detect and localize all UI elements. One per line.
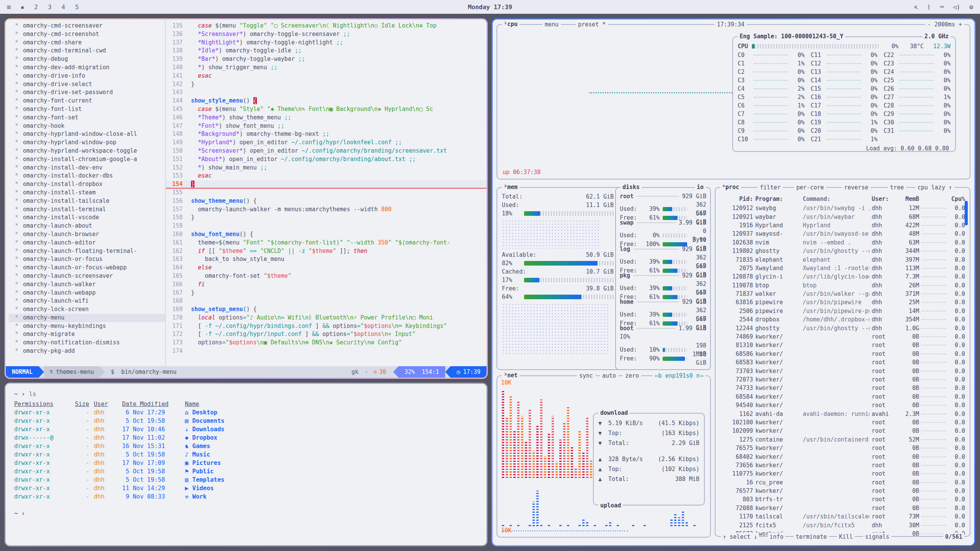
net-zero-button[interactable]: zero xyxy=(623,372,641,380)
process-row[interactable]: 1170tailscal/usr/sbin/tailscaled --root7… xyxy=(720,512,965,521)
keyboard-icon[interactable]: ⌨ xyxy=(940,3,944,11)
per-core-button[interactable]: per-core xyxy=(794,183,826,192)
file-list-item[interactable]: *omarchy-font-set xyxy=(9,114,165,122)
footer-action-4[interactable]: signals xyxy=(863,533,891,541)
footer-action-2[interactable]: terminate xyxy=(794,533,828,541)
file-list-item[interactable]: *omarchy-install-terminal xyxy=(9,205,165,214)
process-row[interactable]: 72073kworker/root0B0.0 xyxy=(720,375,965,384)
file-list-item[interactable]: *omarchy-dev-add-migration xyxy=(9,64,165,72)
process-row[interactable]: 2125fcitx5/usr/bin/fcitx5dhh30M0.0 xyxy=(720,521,965,529)
process-row[interactable]: 76577kworker/root0B0.0 xyxy=(720,487,965,495)
process-row[interactable]: 94540kworker/root0B0.0 xyxy=(720,401,965,409)
process-row[interactable]: 1275containe/usr/bin/containerdroot52M0.… xyxy=(720,435,965,444)
file-list-item[interactable]: *omarchy-hook xyxy=(9,122,165,130)
process-row[interactable]: 72088kworker/root0B0.0 xyxy=(720,504,965,512)
prompt-line[interactable]: ~› xyxy=(14,509,478,518)
process-row[interactable]: 73656kworker/root0B0.0 xyxy=(720,461,965,469)
header-user[interactable]: User: xyxy=(872,195,895,203)
process-row[interactable]: 2544dropbox/home/dhh/.dropbox-distdhh354… xyxy=(720,315,965,324)
bluetooth-icon[interactable]: ᛒ xyxy=(927,3,931,11)
process-row[interactable]: 68402kworker/root0B0.0 xyxy=(720,452,965,461)
workspace-5[interactable]: 5 xyxy=(75,3,79,11)
process-row[interactable]: 1162avahi-daavahi-daemon: running [avahi… xyxy=(720,409,965,418)
file-list-item[interactable]: *omarchy-drive-select xyxy=(9,80,165,89)
sort-selector[interactable]: cpu lazy ↑ xyxy=(915,183,954,192)
process-row[interactable]: 110775kworker/root0B0.0 xyxy=(720,469,965,478)
file-list-item[interactable]: *omarchy-font-current xyxy=(9,97,165,105)
menu-button[interactable]: menu xyxy=(542,20,561,29)
process-row[interactable]: 68586kworker/root0B0.0 xyxy=(720,350,965,358)
file-list-item[interactable]: *omarchy-notification-dismiss xyxy=(9,339,165,347)
process-row[interactable]: 73703kworker/root0B0.0 xyxy=(720,367,965,375)
file-list-item[interactable]: *omarchy-cmd-screenshot xyxy=(9,30,165,39)
file-list-item[interactable]: *omarchy-launch-editor xyxy=(9,239,165,247)
file-list-item[interactable]: *omarchy-menu-keybindings xyxy=(9,322,165,331)
file-list-item[interactable]: *omarchy-cmd-screensaver xyxy=(9,22,165,30)
footer-action-3[interactable]: Kill xyxy=(837,533,855,541)
file-list-item[interactable]: *omarchy-launch-wifi xyxy=(9,297,165,305)
code-editor[interactable]: 135 case $(menu "Toggle" "▢ Screensaver\… xyxy=(166,20,487,366)
process-row[interactable]: 120878glycin-i/usr/lib/glycin-loadersdhh… xyxy=(720,272,965,281)
workspace-3[interactable]: 3 xyxy=(48,3,52,11)
process-row[interactable]: 119078btopbtopdhh26M0.0 xyxy=(720,281,965,290)
process-row[interactable]: 12244ghostty/usr/bin/ghostty --gtk-dhh1.… xyxy=(720,324,965,332)
file-list-item[interactable]: *omarchy-launch-or-focus-webapp xyxy=(9,264,165,272)
process-row[interactable]: 71835elephantelephantdhh397M0.0 xyxy=(720,255,965,264)
process-row[interactable]: 16rcu_preeroot0B0.0 xyxy=(720,478,965,487)
file-list-item[interactable]: *omarchy-pkg-add xyxy=(9,347,165,355)
file-list-item[interactable]: *omarchy-launch-walker xyxy=(9,280,165,289)
file-list-item[interactable]: *omarchy-launch-webapp xyxy=(9,289,165,297)
process-row[interactable]: 803btrfs-trroot0B0.0 xyxy=(720,495,965,504)
net-sync-button[interactable]: sync xyxy=(577,372,595,380)
file-list-item[interactable]: *omarchy-launch-browser xyxy=(9,230,165,239)
screencast-icon[interactable]: ⇱ xyxy=(914,3,918,11)
scrollbar[interactable] xyxy=(965,201,968,225)
file-list-item[interactable]: *omarchy-drive-info xyxy=(9,72,165,80)
file-list-item[interactable]: *omarchy-install-docker-dbs xyxy=(9,172,165,180)
file-list-item[interactable]: *omarchy-launch-or-focus xyxy=(9,255,165,264)
file-list-item[interactable]: *omarchy-lock-screen xyxy=(9,305,165,314)
footer-action-1[interactable]: info xyxy=(768,533,785,541)
net-interface-selector[interactable]: ←b enp191s0 n→ xyxy=(653,372,706,380)
terminal-output[interactable]: ~›ls Permissions Size User Date Modified… xyxy=(6,384,487,524)
header-pid[interactable]: Pid: xyxy=(720,195,753,203)
filter-button[interactable]: filter xyxy=(758,183,783,192)
file-list-item[interactable]: *omarchy-launch-about xyxy=(9,222,165,230)
file-list-item[interactable]: *omarchy-drive-set-password xyxy=(9,88,165,97)
header-program[interactable]: Program: xyxy=(755,195,800,203)
workspace-4[interactable]: 4 xyxy=(62,3,65,11)
file-list-item[interactable]: *omarchy-install-chromium-google-a xyxy=(9,155,165,164)
update-interval-control[interactable]: - 2000ms + xyxy=(925,20,964,29)
process-row[interactable]: 74733kworker/root0B0.0 xyxy=(720,384,965,392)
file-list-item[interactable]: *omarchy-cmd-share xyxy=(9,39,165,47)
file-list-item[interactable]: *omarchy-install-steam xyxy=(9,189,165,197)
file-list-item[interactable]: *omarchy-install-dropbox xyxy=(9,180,165,189)
file-list-item[interactable]: *omarchy-font-list xyxy=(9,105,165,114)
header-command[interactable]: Command: xyxy=(803,195,869,203)
file-list-item[interactable]: *omarchy-hyprland-workspace-toggle xyxy=(9,147,165,155)
process-row[interactable]: 120937swayosd-/usr/bin/swayosd-serverdhh… xyxy=(720,230,965,238)
process-row[interactable]: 119802ghostty/usr/bin/ghostty --gtk-dhh3… xyxy=(720,247,965,255)
file-list-item[interactable]: *omarchy-install-tailscale xyxy=(9,197,165,205)
reverse-button[interactable]: reverse xyxy=(842,183,871,192)
process-row[interactable]: 102100kworker/root0B0.0 xyxy=(720,418,965,427)
preset-button[interactable]: preset * xyxy=(576,20,608,29)
io-title[interactable]: io xyxy=(695,183,706,191)
footer-action-0[interactable]: ↑ select ↓ xyxy=(721,533,759,541)
process-row[interactable]: 68584kworker/root0B0.0 xyxy=(720,393,965,401)
process-row[interactable]: 81310kworker/root0B0.0 xyxy=(720,341,965,349)
volume-icon[interactable]: ◁) xyxy=(953,3,960,11)
settings-icon[interactable]: ⚙ xyxy=(969,3,973,11)
file-list-item[interactable]: *omarchy-menu xyxy=(9,314,165,322)
header-cpu[interactable]: Cpu% xyxy=(948,195,965,203)
process-row[interactable]: 74869kworker/root0B0.0 xyxy=(720,333,965,341)
file-list-item[interactable]: *omarchy-install-vscode xyxy=(9,214,165,222)
workspace-icon-apps[interactable]: ⊞ xyxy=(7,3,11,11)
process-row[interactable]: 2506pipewire/usr/bin/pipewire-pulsedhh14… xyxy=(720,307,965,315)
process-row[interactable]: 120921waybar/usr/bin/waybardhh68M0.0 xyxy=(720,212,965,221)
file-list-item[interactable]: *omarchy-launch-floating-terminal- xyxy=(9,247,165,256)
file-list-item[interactable]: *omarchy-hyprland-window-close-all xyxy=(9,130,165,139)
process-row[interactable]: 102099kworker/root0B0.0 xyxy=(720,427,965,435)
process-row[interactable]: 1916HyprlandHyprlanddhh422M0.0 xyxy=(720,221,965,230)
file-list-item[interactable]: *omarchy-install-dev-env xyxy=(9,164,165,172)
